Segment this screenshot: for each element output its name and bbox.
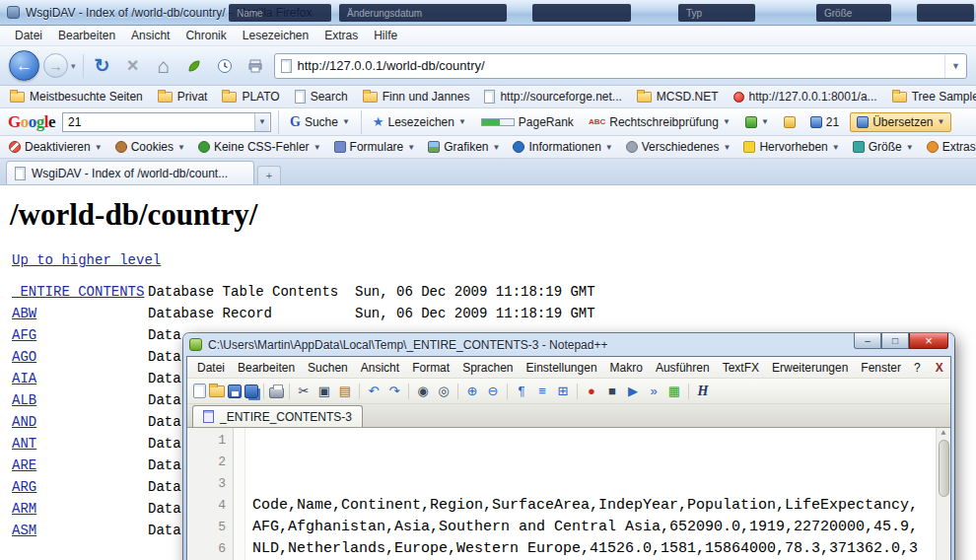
stop-button[interactable]: ×: [121, 54, 145, 78]
bookmark-item[interactable]: Search: [295, 90, 348, 104]
counter-button[interactable]: 21: [806, 113, 843, 131]
view-html-icon[interactable]: H: [694, 383, 712, 400]
entry-link[interactable]: AIA: [12, 371, 148, 386]
new-file-icon[interactable]: [193, 384, 206, 398]
minimize-button[interactable]: –: [854, 333, 881, 349]
editor-text[interactable]: Code,Name,Continent,Region,SurfaceArea,I…: [245, 428, 950, 560]
entry-link[interactable]: AND: [12, 414, 148, 430]
menu-item[interactable]: Bearbeiten: [51, 27, 122, 44]
webdev-menu-button[interactable]: Deaktivieren ▼: [9, 140, 103, 154]
webdev-menu-button[interactable]: Grafiken ▼: [428, 140, 500, 154]
save-macro-icon[interactable]: ▦: [665, 383, 683, 400]
webdev-menu-button[interactable]: Informationen ▼: [513, 140, 612, 154]
menu-item[interactable]: Ausführen: [650, 359, 716, 377]
menu-item[interactable]: Sprachen: [456, 359, 519, 377]
back-button[interactable]: ←: [9, 50, 39, 81]
webdev-menu-button[interactable]: Verschiedenes ▼: [626, 140, 732, 154]
entry-link[interactable]: ANT: [12, 436, 148, 452]
entry-link[interactable]: ARM: [12, 501, 148, 517]
notepadpp-titlebar[interactable]: C:\Users\Martin\AppData\Local\Temp\_ENTI…: [186, 333, 951, 356]
menu-item[interactable]: Ansicht: [124, 27, 176, 44]
bookmark-item[interactable]: Finn und Jannes: [363, 90, 470, 104]
webdev-menu-button[interactable]: Hervorheben ▼: [743, 140, 839, 154]
menu-item[interactable]: Einstellungen: [521, 359, 603, 377]
google-search-input[interactable]: [68, 115, 254, 129]
entry-link[interactable]: ASM: [12, 523, 148, 538]
bookmark-item[interactable]: Tree Samples: [892, 90, 976, 104]
menu-item[interactable]: Fenster: [855, 359, 907, 377]
entry-link[interactable]: AGO: [12, 349, 148, 365]
reload-button[interactable]: ↻: [91, 54, 114, 78]
google-bookmarks-button[interactable]: ★ Lesezeichen ▼: [369, 112, 470, 131]
url-input[interactable]: [298, 58, 940, 73]
maximize-button[interactable]: □: [881, 333, 909, 349]
document-tab[interactable]: _ENTIRE_CONTENTS-3: [192, 405, 363, 427]
webdev-menu-button[interactable]: Keine CSS-Fehler ▼: [198, 140, 321, 154]
menu-item[interactable]: Hilfe: [367, 27, 404, 44]
stop-macro-icon[interactable]: ■: [603, 383, 621, 400]
new-tab-button[interactable]: +: [257, 166, 281, 184]
editor-area[interactable]: 123456 Code,Name,Continent,Region,Surfac…: [187, 428, 950, 560]
menu-item[interactable]: Makro: [604, 359, 649, 377]
search-history-dropdown-icon[interactable]: ▼: [254, 113, 269, 131]
webdev-menu-button[interactable]: Formulare ▼: [334, 140, 416, 154]
record-macro-icon[interactable]: ●: [583, 383, 600, 400]
undo-icon[interactable]: ↶: [365, 383, 383, 400]
tab-wsgidav[interactable]: WsgiDAV - Index of /world-db/count...: [6, 161, 254, 184]
cut-icon[interactable]: ✂: [295, 383, 313, 400]
webdev-menu-button[interactable]: Größe ▼: [853, 140, 914, 154]
scroll-up-icon[interactable]: ▲: [941, 428, 946, 437]
webdev-menu-button[interactable]: Extras ▼: [927, 140, 976, 154]
close-document-icon[interactable]: X: [928, 361, 951, 375]
indent-guide-icon[interactable]: ⊞: [554, 383, 572, 400]
zoom-out-icon[interactable]: ⊖: [484, 383, 502, 400]
paste-icon[interactable]: ▤: [336, 383, 354, 400]
leaf-addon-icon[interactable]: [182, 54, 206, 78]
history-clock-icon[interactable]: [213, 54, 237, 78]
history-dropdown-icon[interactable]: ▾: [71, 61, 76, 71]
menu-item[interactable]: Lesezeichen: [236, 27, 315, 44]
bookmark-item[interactable]: Meistbesuchte Seiten: [10, 90, 143, 104]
up-to-higher-level-link[interactable]: Up to higher level: [12, 252, 161, 268]
print-icon[interactable]: [269, 387, 284, 398]
entry-link[interactable]: ENTIRE CONTENTS: [12, 284, 148, 300]
entry-link[interactable]: ARE: [12, 457, 148, 473]
firefox-titlebar[interactable]: WsgiDAV - Index of /world-db/country/ - …: [0, 0, 976, 26]
menu-item[interactable]: Erweiterungen: [766, 359, 854, 377]
entry-link[interactable]: ARG: [12, 479, 148, 495]
entry-link[interactable]: AFG: [12, 327, 148, 343]
save-icon[interactable]: [228, 385, 242, 398]
play-macro-icon[interactable]: ▶: [624, 383, 642, 400]
menu-item[interactable]: ?: [908, 359, 927, 377]
scrollbar-thumb[interactable]: [939, 440, 949, 497]
forward-button[interactable]: →: [43, 53, 68, 78]
editor-scrollbar[interactable]: ▲: [936, 428, 950, 560]
run-multiple-icon[interactable]: »: [645, 383, 662, 400]
webdev-menu-button[interactable]: Cookies ▼: [115, 140, 185, 154]
save-all-icon[interactable]: [244, 385, 258, 398]
menu-item[interactable]: TextFX: [717, 359, 765, 377]
entry-link[interactable]: ABW: [12, 306, 148, 321]
location-bar[interactable]: ▼: [274, 53, 967, 79]
close-button[interactable]: ×: [909, 333, 948, 349]
replace-icon[interactable]: ◎: [435, 383, 453, 400]
menu-item[interactable]: Datei: [191, 359, 231, 377]
show-symbols-icon[interactable]: ¶: [513, 383, 530, 400]
translate-button[interactable]: Übersetzen ▼: [850, 112, 951, 132]
bookmark-item[interactable]: http://sourceforge.net...: [484, 90, 621, 104]
redo-icon[interactable]: ↷: [385, 383, 403, 400]
menu-item[interactable]: Format: [406, 359, 455, 377]
menu-item[interactable]: Ansicht: [355, 359, 405, 377]
bookmark-item[interactable]: MCSD.NET: [637, 90, 719, 104]
spellcheck-button[interactable]: ABC Rechtschreibprüfung ▼: [585, 113, 734, 131]
pagerank-widget[interactable]: PageRank: [477, 113, 578, 131]
google-search-button[interactable]: G Suche ▼: [286, 112, 354, 132]
bookmark-item[interactable]: Privat: [158, 90, 208, 104]
bookmark-item[interactable]: http://127.0.0.1:8001/a...: [733, 90, 877, 104]
menu-item[interactable]: Bearbeiten: [232, 359, 301, 377]
copy-icon[interactable]: ▣: [315, 383, 333, 400]
print-button[interactable]: [244, 54, 267, 78]
find-icon[interactable]: ◉: [414, 383, 432, 400]
menu-item[interactable]: Datei: [8, 27, 49, 44]
autofill-button[interactable]: ▼: [741, 114, 773, 130]
